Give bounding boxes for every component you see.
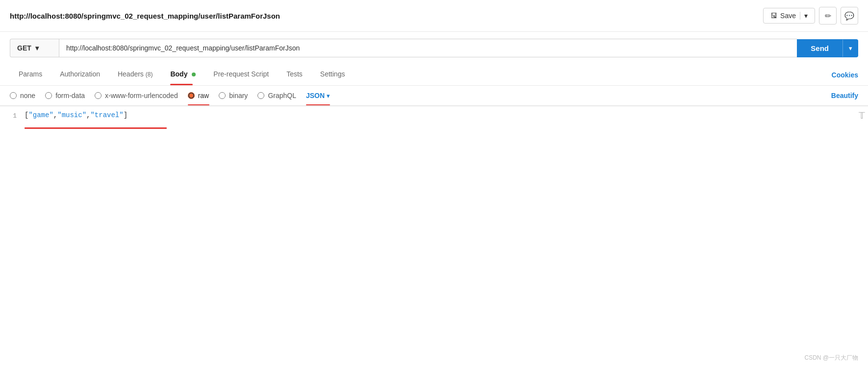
tabs-left: Params Authorization Headers (8) Body Pr…: [10, 64, 354, 85]
method-select[interactable]: GET ▾: [10, 39, 59, 57]
tab-headers-badge: (8): [146, 71, 153, 78]
url-bar: GET ▾ Send ▾: [0, 32, 868, 64]
tab-body[interactable]: Body: [161, 64, 204, 85]
radio-form-data-input[interactable]: [45, 92, 52, 99]
radio-form-data[interactable]: form-data: [45, 92, 85, 99]
raw-underline: [188, 104, 209, 105]
edit-icon: ✏: [825, 11, 831, 21]
json-chevron-icon[interactable]: ▾: [327, 92, 330, 99]
code-editor: 1 ["game","music","travel"] 𝕋: [0, 106, 868, 368]
radio-binary-input[interactable]: [219, 92, 226, 99]
tab-authorization-label: Authorization: [60, 70, 100, 78]
title-actions: 🖫 Save ▾ ✏ 💬: [763, 7, 858, 25]
send-button[interactable]: Send: [797, 39, 842, 57]
code-string-game: "game": [28, 111, 53, 119]
send-button-group: Send ▾: [797, 39, 858, 57]
body-active-dot: [192, 73, 196, 76]
send-chevron-button[interactable]: ▾: [842, 40, 858, 57]
code-content-1: ["game","music","travel"]: [25, 111, 128, 119]
code-line-1: 1 ["game","music","travel"]: [0, 106, 868, 120]
tab-pre-request-label: Pre-request Script: [213, 70, 269, 78]
radio-urlencoded[interactable]: x-www-form-urlencoded: [95, 92, 178, 99]
radio-graphql-input[interactable]: [257, 92, 264, 99]
edit-button[interactable]: ✏: [819, 7, 837, 25]
radio-binary-label: binary: [229, 92, 248, 99]
code-close-bracket: ]: [124, 111, 128, 119]
code-red-underline: [25, 127, 167, 129]
tab-params-label: Params: [19, 70, 42, 78]
radio-raw-label: raw: [198, 92, 209, 99]
radio-form-data-label: form-data: [55, 92, 85, 99]
tab-tests[interactable]: Tests: [278, 64, 311, 85]
comment-icon: 💬: [844, 11, 854, 21]
tab-params[interactable]: Params: [10, 64, 51, 85]
body-type-row: none form-data x-www-form-urlencoded raw: [0, 86, 868, 106]
code-string-music: "music": [57, 111, 86, 119]
scrollbar-icon: 𝕋: [859, 110, 865, 121]
radio-none[interactable]: none: [10, 92, 35, 99]
title-bar: http://localhost:8080/springmvc_02_reque…: [0, 0, 868, 32]
comment-button[interactable]: 💬: [841, 7, 858, 25]
radio-urlencoded-label: x-www-form-urlencoded: [105, 92, 178, 99]
tab-authorization[interactable]: Authorization: [51, 64, 109, 85]
radio-raw[interactable]: raw: [188, 92, 209, 99]
save-button[interactable]: 🖫 Save ▾: [763, 8, 815, 24]
method-chevron-icon: ▾: [35, 44, 39, 52]
method-label: GET: [17, 44, 31, 52]
save-icon: 🖫: [770, 12, 777, 20]
radio-none-label: none: [20, 92, 35, 99]
radio-binary[interactable]: binary: [219, 92, 248, 99]
tab-headers[interactable]: Headers (8): [109, 64, 161, 85]
tab-tests-label: Tests: [286, 70, 303, 78]
tabs-row: Params Authorization Headers (8) Body Pr…: [0, 64, 868, 86]
tab-settings-label: Settings: [320, 70, 345, 78]
beautify-button[interactable]: Beautify: [831, 92, 858, 99]
radio-graphql-label: GraphQL: [268, 92, 296, 99]
watermark: CSDN @一只大厂物: [804, 354, 858, 362]
body-tab-underline: [170, 84, 193, 85]
body-type-options: none form-data x-www-form-urlencoded raw: [10, 92, 330, 99]
code-string-travel: "travel": [90, 111, 123, 119]
json-format-label[interactable]: JSON: [306, 92, 325, 99]
tab-pre-request-script[interactable]: Pre-request Script: [204, 64, 278, 85]
json-format-select-wrap: JSON ▾: [306, 92, 330, 99]
title-url: http://localhost:8080/springmvc_02_reque…: [10, 12, 280, 20]
json-format-underline: [306, 104, 330, 105]
radio-graphql[interactable]: GraphQL: [257, 92, 296, 99]
save-chevron-icon[interactable]: ▾: [800, 12, 808, 20]
tab-settings[interactable]: Settings: [311, 64, 354, 85]
radio-none-input[interactable]: [10, 92, 17, 99]
save-label: Save: [780, 12, 796, 20]
url-input[interactable]: [59, 39, 797, 57]
tab-body-label: Body: [170, 70, 187, 78]
line-number-1: 1: [0, 111, 25, 120]
tab-headers-label: Headers: [118, 70, 144, 78]
radio-raw-input[interactable]: [188, 92, 195, 99]
cookies-button[interactable]: Cookies: [832, 65, 858, 85]
radio-urlencoded-input[interactable]: [95, 92, 102, 99]
